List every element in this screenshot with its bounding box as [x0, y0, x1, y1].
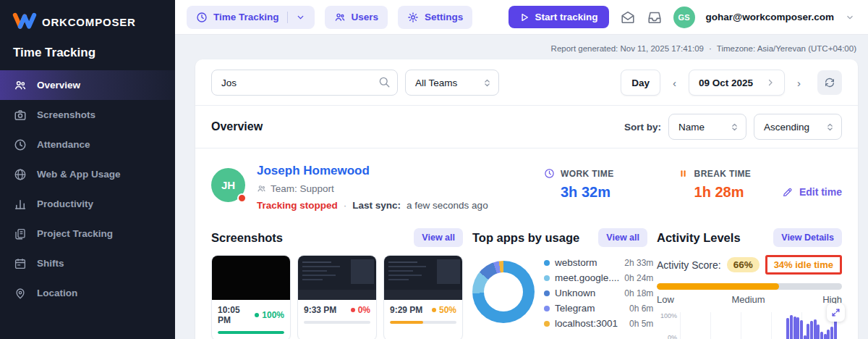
topnav-label: Users [352, 12, 379, 22]
activity-bar [810, 321, 813, 339]
app-time: 0h 18m [624, 288, 653, 298]
screenshot-thumbnail[interactable] [298, 256, 376, 300]
activity-bar [796, 317, 799, 339]
screenshot-card[interactable]: 10:05 PM100% [211, 255, 291, 339]
screenshot-card[interactable]: 9:29 PM50% [383, 255, 463, 339]
user-row: JH Joseph Homewood Team: Support [195, 148, 858, 211]
filter-row: All Teams Day ‹ 09 Oct 2025 [195, 59, 858, 105]
activity-dot [255, 313, 259, 317]
y-axis-min: 0% [657, 334, 677, 339]
sidebar-item-productivity[interactable]: Productivity [0, 189, 175, 219]
users-icon [334, 12, 346, 23]
user-team: Team: Support [257, 183, 488, 194]
next-date-button[interactable]: › [791, 74, 807, 92]
team-select[interactable]: All Teams [405, 70, 499, 96]
apps-donut-chart [472, 261, 535, 323]
idle-time-annotation: 34% idle time [765, 255, 842, 275]
chevron-down-icon[interactable] [845, 12, 855, 22]
sidebar-item-label: Shifts [37, 258, 64, 269]
date-value: 09 Oct 2025 [699, 78, 753, 88]
screenshots-view-all-button[interactable]: View all [414, 228, 463, 247]
prev-date-button[interactable]: ‹ [667, 74, 682, 92]
edit-time-button[interactable]: Edit time [782, 172, 842, 211]
pause-icon [678, 168, 689, 179]
gridline [710, 312, 711, 339]
screenshot-progress-track [304, 321, 370, 324]
topnav-users-button[interactable]: Users [325, 6, 388, 29]
sort-field-select[interactable]: Name [668, 114, 746, 140]
activity-section: Activity Levels View Details Activity Sc… [657, 228, 842, 339]
refresh-button[interactable] [817, 70, 842, 95]
sidebar-item-label: Location [37, 288, 77, 298]
main-content: Report generated: Nov 11, 2025 17:41:09·… [175, 35, 868, 339]
date-picker-button[interactable]: 09 Oct 2025 [689, 70, 785, 96]
user-avatar[interactable]: GS [673, 7, 695, 28]
screenshot-time: 9:29 PM [390, 305, 422, 315]
activity-score-badge: 66% [727, 257, 760, 272]
activity-view-details-button[interactable]: View Details [773, 228, 842, 247]
screenshot-card[interactable]: 9:33 PM0% [297, 255, 377, 339]
screenshots-section: Screenshots View all 10:05 PM100%9:33 PM… [211, 228, 463, 339]
screenshot-time: 10:05 PM [218, 305, 255, 325]
chevron-right-icon [766, 78, 775, 87]
users-icon [14, 79, 27, 92]
tracking-status: Tracking stopped [257, 200, 338, 211]
activity-bar [793, 317, 796, 339]
app-name: webstorm [555, 257, 619, 268]
chevron-down-icon[interactable] [296, 12, 305, 23]
sidebar: ORKCOMPOSER Time Tracking OverviewScreen… [0, 0, 175, 339]
sidebar-item-screenshots[interactable]: Screenshots [0, 100, 175, 130]
sidebar-item-location[interactable]: Location [0, 278, 175, 308]
sidebar-title: Time Tracking [13, 46, 175, 60]
app-legend-row: Telegram0h 6m [544, 301, 653, 316]
topnav-time-tracking-button[interactable]: Time Tracking [187, 6, 315, 29]
calendar-icon [14, 257, 27, 270]
screenshot-progress-fill [218, 331, 284, 334]
app-name: meet.google.... [555, 272, 619, 283]
start-tracking-button[interactable]: Start tracking [509, 6, 609, 28]
app-window: ORKCOMPOSER Time Tracking OverviewScreen… [0, 0, 868, 339]
workcomposer-logo[interactable]: ORKCOMPOSER [0, 0, 175, 30]
user-name-link[interactable]: Joseph Homewood [257, 164, 488, 178]
activity-score-row: Activity Score: 66% 34% idle time [657, 255, 842, 275]
chevron-updown-icon [730, 122, 739, 132]
legend-dot [544, 275, 550, 281]
meta-separator: · [709, 44, 712, 53]
clock-icon [196, 12, 208, 23]
screenshots-title: Screenshots [211, 231, 283, 245]
sidebar-item-attendance[interactable]: Attendance [0, 130, 175, 159]
sidebar-item-shifts[interactable]: Shifts [0, 248, 175, 278]
user-avatar-jh: JH [211, 168, 245, 202]
screenshot-progress-track [218, 331, 284, 334]
screenshot-thumbnail[interactable] [212, 256, 290, 300]
clock-icon [544, 168, 555, 179]
sidebar-item-overview[interactable]: Overview [0, 70, 175, 100]
sidebar-item-project-tracking[interactable]: Project Tracking [0, 219, 175, 248]
activity-title: Activity Levels [657, 231, 741, 245]
sort-direction-value: Ascending [764, 122, 809, 133]
legend-dot [544, 306, 550, 311]
activity-progress-fill [657, 283, 779, 290]
work-time-label: WORK TIME [561, 169, 614, 179]
app-legend-row: webstorm2h 33m [544, 255, 653, 270]
account-email[interactable]: gohar@workcomposer.com [706, 12, 834, 22]
overview-header-row: Overview Sort by: Name Ascending [195, 105, 858, 148]
activity-timeline-chart: 100% 0% 00:0004:3009:0013:3018:0022:30 [657, 312, 842, 339]
work-time-value: 3h 32m [544, 184, 614, 201]
inbox-icon[interactable] [647, 9, 663, 25]
topnav-settings-button[interactable]: Settings [398, 6, 472, 29]
search-wrap [211, 70, 398, 96]
top-nav: Time TrackingUsersSettings [187, 6, 472, 29]
sidebar-item-web-app-usage[interactable]: Web & App Usage [0, 159, 175, 189]
mail-icon[interactable] [620, 9, 636, 25]
expand-chart-button[interactable] [827, 304, 845, 322]
range-day-button[interactable]: Day [621, 70, 660, 96]
globe-icon [14, 168, 27, 181]
sort-direction-select[interactable]: Ascending [754, 114, 842, 140]
screenshot-activity-percent: 0% [351, 305, 370, 315]
screenshot-thumbnail[interactable] [384, 256, 462, 300]
gridline [680, 312, 681, 339]
top-apps-view-all-button[interactable]: View all [598, 228, 647, 247]
page-title: Overview [211, 120, 263, 133]
search-input[interactable] [211, 70, 398, 96]
